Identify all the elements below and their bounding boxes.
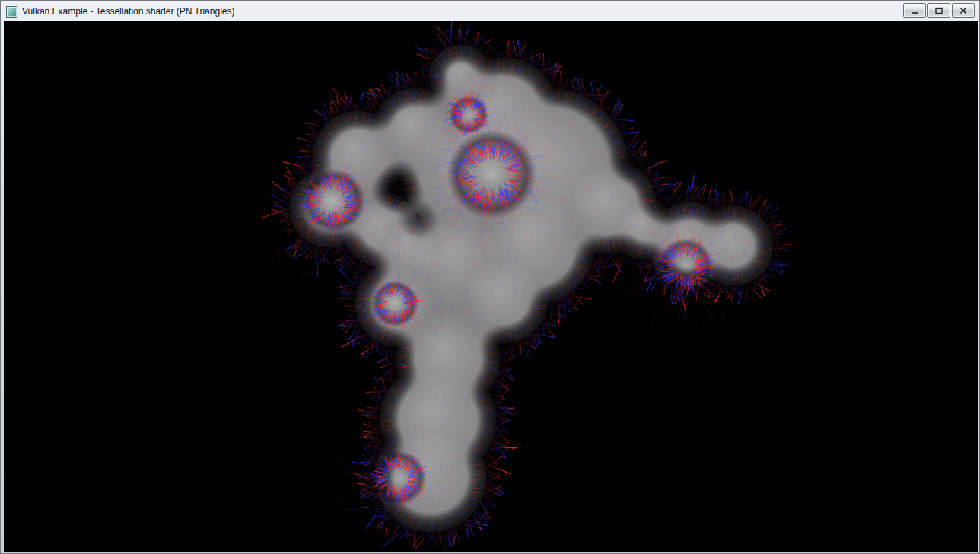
title-bar[interactable]: Vulkan Example - Tessellation shader (PN… xyxy=(1,1,979,20)
window-title: Vulkan Example - Tessellation shader (PN… xyxy=(22,6,234,17)
maximize-button[interactable] xyxy=(928,3,950,18)
viewport xyxy=(4,21,978,552)
close-icon xyxy=(959,7,968,14)
render-canvas[interactable] xyxy=(4,21,978,552)
app-window: Vulkan Example - Tessellation shader (PN… xyxy=(0,0,980,554)
app-icon xyxy=(6,6,18,18)
minimize-icon xyxy=(910,7,919,14)
window-controls xyxy=(903,3,975,18)
maximize-icon xyxy=(934,7,943,14)
minimize-button[interactable] xyxy=(903,3,926,18)
close-button[interactable] xyxy=(952,3,975,18)
